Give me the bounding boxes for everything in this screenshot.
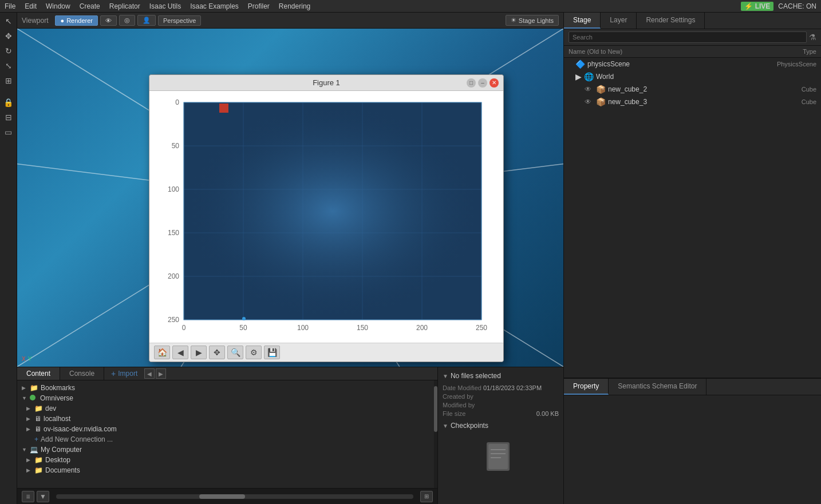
- tool-select[interactable]: ↖: [2, 15, 15, 27]
- plus-icon: +: [34, 435, 38, 443]
- tree-item-ov-isaac[interactable]: ▶ 🖥 ov-isaac-dev.nvidia.com: [17, 424, 434, 434]
- property-tabs: Property Semantics Schema Editor: [564, 379, 821, 395]
- fig-config-button[interactable]: ⚙: [246, 346, 262, 359]
- menu-isaac-utils[interactable]: Isaac Utils: [149, 2, 181, 10]
- renderer-button[interactable]: ● Renderer: [55, 15, 98, 26]
- path-scrollbar[interactable]: [56, 494, 413, 499]
- eye-icon[interactable]: 👁: [585, 85, 591, 93]
- menu-rendering[interactable]: Rendering: [279, 2, 310, 10]
- tree-item-add-connection[interactable]: + Add New Connection ...: [17, 434, 434, 445]
- stage-tabs: Stage Layer Render Settings: [564, 13, 821, 29]
- tree-item-my-computer[interactable]: ▼ 💻 My Computer: [17, 445, 434, 455]
- menu-isaac-examples[interactable]: Isaac Examples: [190, 2, 239, 10]
- tool-move[interactable]: ✥: [2, 30, 15, 42]
- checkpoints-section: ▼ Checkpoints: [443, 422, 559, 483]
- perspective-button[interactable]: Perspective: [158, 15, 201, 26]
- tool-universal[interactable]: ⊞: [2, 74, 15, 87]
- cache-indicator: CACHE: ON: [778, 2, 816, 10]
- physics-icon: 🔷: [575, 59, 585, 69]
- tab-property[interactable]: Property: [564, 379, 609, 395]
- filter-button[interactable]: ▼: [37, 491, 49, 502]
- fig-pan-button[interactable]: ✥: [209, 346, 225, 359]
- cube-icon: 📦: [596, 97, 606, 106]
- figure-window: Figure 1 □ – ✕: [149, 74, 504, 362]
- person-button[interactable]: 👤: [137, 15, 156, 26]
- menu-profiler[interactable]: Profiler: [248, 2, 270, 10]
- fig-home-button[interactable]: 🏠: [154, 346, 170, 359]
- audio-button[interactable]: ◎: [119, 15, 135, 26]
- created-by-row: Created by: [443, 393, 559, 400]
- tab-stage[interactable]: Stage: [564, 13, 601, 29]
- tab-semantics[interactable]: Semantics Schema Editor: [609, 379, 706, 395]
- svg-text:50: 50: [239, 324, 247, 332]
- tool-snap[interactable]: 🔒: [2, 96, 15, 109]
- tab-console[interactable]: Console: [60, 367, 104, 380]
- stage-item-physics-scene[interactable]: 🔷 physicsScene PhysicsScene: [564, 58, 821, 70]
- figure-close-button[interactable]: ✕: [490, 78, 499, 88]
- menu-file[interactable]: File: [5, 2, 15, 10]
- plot-svg: 0 50 100 150 200 250 0 50 100 150 200: [155, 97, 493, 337]
- stage-tree-body: 🔷 physicsScene PhysicsScene ▶ 🌐 World 👁 …: [564, 58, 821, 378]
- eye-icon[interactable]: 👁: [585, 98, 591, 106]
- fig-forward-button[interactable]: ▶: [191, 346, 207, 359]
- svg-text:100: 100: [168, 185, 179, 193]
- physics-scene-name: physicsScene: [587, 60, 757, 68]
- svg-rect-38: [488, 444, 508, 469]
- property-body: [564, 395, 821, 504]
- figure-maximize-button[interactable]: □: [467, 78, 476, 88]
- tool-rotate[interactable]: ↻: [2, 45, 15, 57]
- menu-edit[interactable]: Edit: [25, 2, 37, 10]
- svg-text:150: 150: [357, 324, 368, 332]
- tool-rect[interactable]: ▭: [2, 126, 15, 138]
- stage-lights-button[interactable]: ☀ Stage Lights: [506, 15, 559, 26]
- figure-minimize-button[interactable]: –: [478, 78, 487, 88]
- path-scroll-thumb[interactable]: [199, 494, 245, 499]
- plus-icon: +: [111, 369, 116, 378]
- tree-item-bookmarks[interactable]: ▶ 📁 Bookmarks: [17, 383, 434, 393]
- stage-item-cube-3[interactable]: 👁 📦 new_cube_3 Cube: [564, 96, 821, 108]
- import-button[interactable]: + Import: [106, 367, 142, 380]
- tool-grid[interactable]: ⊟: [2, 111, 15, 124]
- tool-scale[interactable]: ⤡: [2, 59, 15, 72]
- omniverse-label: Omniverse: [40, 394, 73, 402]
- folder-icon: 📁: [30, 384, 38, 392]
- fig-save-button[interactable]: 💾: [264, 346, 280, 359]
- import-label: Import: [118, 370, 137, 378]
- tree-item-localhost[interactable]: ▶ 🖥 localhost: [17, 414, 434, 424]
- camera-button[interactable]: 👁: [100, 15, 117, 26]
- tree-item-documents[interactable]: ▶ 📁 Documents: [17, 465, 434, 475]
- list-view-button[interactable]: ≡: [22, 491, 34, 502]
- fig-zoom-button[interactable]: 🔍: [227, 346, 243, 359]
- menu-create[interactable]: Create: [80, 2, 100, 10]
- figure-toolbar: 🏠 ◀ ▶ ✥ 🔍 ⚙ 💾: [149, 343, 503, 362]
- filter-icon[interactable]: ⚗: [809, 33, 816, 42]
- modified-by-label: Modified by: [443, 402, 475, 408]
- stage-item-cube-2[interactable]: 👁 📦 new_cube_2 Cube: [564, 83, 821, 96]
- menu-replicator[interactable]: Replicator: [109, 2, 140, 10]
- tab-layer[interactable]: Layer: [601, 13, 637, 29]
- server-icon: 🖥: [34, 415, 41, 423]
- nav-forward-button[interactable]: ▶: [156, 368, 166, 379]
- search-input[interactable]: [569, 31, 807, 43]
- cube-3-type: Cube: [759, 98, 816, 105]
- tree-item-dev[interactable]: ▶ 📁 dev: [17, 403, 434, 414]
- tab-render-settings[interactable]: Render Settings: [637, 13, 705, 29]
- stage-name-column-header: Name (Old to New): [569, 48, 759, 55]
- menu-window[interactable]: Window: [46, 2, 70, 10]
- grid-view-button[interactable]: ⊞: [420, 491, 433, 502]
- svg-point-36: [242, 317, 246, 320]
- stage-item-world[interactable]: ▶ 🌐 World: [564, 70, 821, 83]
- tree-item-omniverse[interactable]: ▼ Omniverse: [17, 393, 434, 403]
- tree-item-desktop[interactable]: ▶ 📁 Desktop: [17, 455, 434, 465]
- nav-back-button[interactable]: ◀: [144, 368, 155, 379]
- tab-content[interactable]: Content: [17, 367, 60, 380]
- expand-icon: ▶: [26, 467, 32, 473]
- content-bottom-bar: ≡ ▼ ⊞: [17, 488, 437, 504]
- stage-search-bar: ⚗: [564, 29, 821, 46]
- live-badge-area: ⚡ LIVE CACHE: ON: [741, 2, 816, 11]
- documents-label: Documents: [45, 466, 80, 474]
- fig-back-button[interactable]: ◀: [172, 346, 188, 359]
- world-expand-icon: ▶: [575, 72, 582, 81]
- bookmarks-label: Bookmarks: [41, 384, 75, 392]
- cube-2-type: Cube: [759, 86, 816, 93]
